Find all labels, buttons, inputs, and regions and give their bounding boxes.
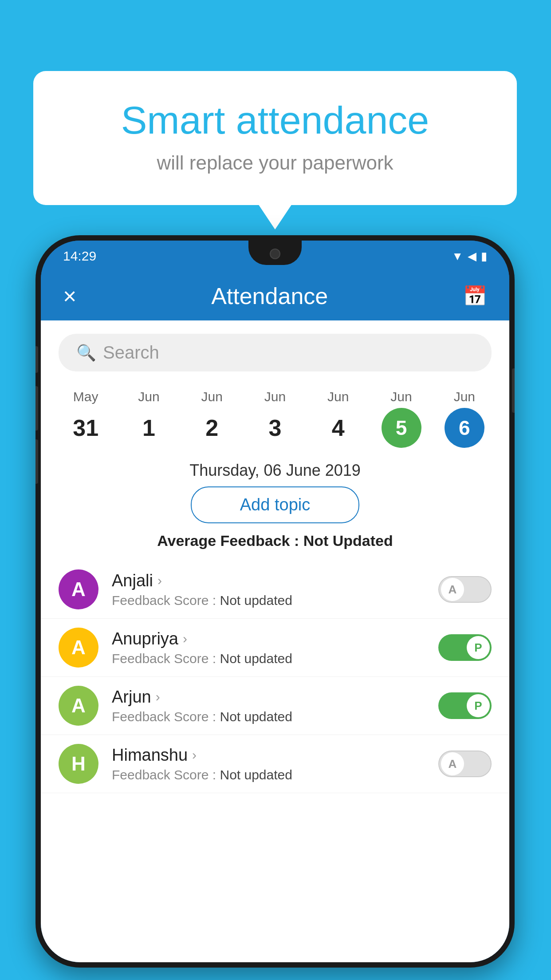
search-bar[interactable]: 🔍 Search	[59, 334, 492, 371]
toggle-knob: A	[441, 752, 464, 775]
selected-date: Thursday, 06 June 2019	[41, 461, 509, 480]
cal-date-number: 3	[255, 408, 295, 448]
front-camera	[270, 249, 280, 259]
student-avatar: H	[59, 744, 98, 784]
cal-date-number: 1	[129, 408, 169, 448]
cal-month-label: Jun	[390, 389, 412, 404]
calendar-day-4[interactable]: Jun4	[316, 389, 360, 448]
cal-date-number: 4	[318, 408, 358, 448]
toggle-knob: P	[467, 636, 490, 659]
calendar-day-0[interactable]: May31	[63, 389, 108, 448]
calendar-icon[interactable]: 📅	[463, 285, 487, 308]
volume-down-button	[35, 439, 38, 484]
cal-month-label: May	[73, 389, 98, 404]
calendar-strip: May31Jun1Jun2Jun3Jun4Jun5Jun6	[41, 380, 509, 452]
student-feedback-score: Feedback Score : Not updated	[112, 767, 425, 782]
avg-feedback: Average Feedback : Not Updated	[41, 532, 509, 549]
app-title: Attendance	[211, 283, 328, 309]
cal-month-label: Jun	[454, 389, 475, 404]
feedback-value: Not updated	[220, 651, 292, 666]
student-avatar: A	[59, 628, 98, 668]
signal-icon: ◀	[468, 249, 476, 263]
chevron-icon: ›	[157, 573, 162, 588]
mute-button	[35, 346, 38, 373]
calendar-day-5[interactable]: Jun5	[379, 389, 424, 448]
student-info: Anjali ›Feedback Score : Not updated	[112, 571, 425, 608]
calendar-day-6[interactable]: Jun6	[442, 389, 487, 448]
student-feedback-score: Feedback Score : Not updated	[112, 651, 425, 666]
feedback-value: Not updated	[220, 709, 292, 724]
student-item-2[interactable]: AArjun ›Feedback Score : Not updatedP	[41, 677, 509, 735]
student-feedback-score: Feedback Score : Not updated	[112, 593, 425, 608]
phone-screen: 🔍 Search May31Jun1Jun2Jun3Jun4Jun5Jun6 T…	[41, 320, 509, 962]
phone-inner: 14:29 ▼ ◀ ▮ × Attendance 📅 🔍 Search	[41, 241, 509, 962]
volume-up-button	[35, 386, 38, 431]
cal-month-label: Jun	[201, 389, 223, 404]
student-info: Anupriya ›Feedback Score : Not updated	[112, 629, 425, 666]
cal-date-number: 5	[382, 408, 421, 448]
speech-bubble-subtitle: will replace your paperwork	[55, 152, 495, 174]
chevron-icon: ›	[183, 631, 187, 646]
chevron-icon: ›	[192, 747, 197, 763]
cal-date-number: 2	[192, 408, 232, 448]
student-info: Arjun ›Feedback Score : Not updated	[112, 688, 425, 724]
cal-month-label: Jun	[138, 389, 159, 404]
student-list: AAnjali ›Feedback Score : Not updatedAAA…	[41, 561, 509, 793]
close-button[interactable]: ×	[63, 283, 76, 309]
app-header: × Attendance 📅	[41, 272, 509, 320]
phone-frame: 14:29 ▼ ◀ ▮ × Attendance 📅 🔍 Search	[35, 235, 515, 968]
attendance-toggle[interactable]: A	[438, 751, 492, 777]
toggle-knob: A	[441, 578, 464, 601]
search-placeholder: Search	[103, 343, 159, 363]
calendar-day-1[interactable]: Jun1	[126, 389, 171, 448]
chevron-icon: ›	[156, 689, 160, 704]
avg-feedback-value: Not Updated	[303, 532, 393, 549]
cal-month-label: Jun	[264, 389, 286, 404]
speech-bubble-title: Smart attendance	[55, 98, 495, 143]
student-info: Himanshu ›Feedback Score : Not updated	[112, 746, 425, 782]
add-topic-button[interactable]: Add topic	[191, 486, 359, 523]
student-avatar: A	[59, 686, 98, 726]
toggle-knob: P	[467, 694, 490, 717]
calendar-day-2[interactable]: Jun2	[190, 389, 234, 448]
student-avatar: A	[59, 569, 98, 609]
attendance-toggle[interactable]: P	[438, 634, 492, 661]
speech-bubble: Smart attendance will replace your paper…	[33, 71, 517, 205]
search-icon: 🔍	[76, 344, 96, 362]
avg-feedback-label: Average Feedback :	[157, 532, 299, 549]
power-button	[512, 368, 515, 413]
student-name: Arjun ›	[112, 688, 425, 707]
cal-date-number: 31	[66, 408, 106, 448]
student-name: Anjali ›	[112, 571, 425, 590]
attendance-toggle[interactable]: P	[438, 692, 492, 719]
student-name: Anupriya ›	[112, 629, 425, 648]
phone-time: 14:29	[63, 249, 96, 264]
battery-icon: ▮	[481, 249, 487, 263]
feedback-value: Not updated	[220, 593, 292, 608]
attendance-toggle[interactable]: A	[438, 576, 492, 603]
cal-date-number: 6	[445, 408, 484, 448]
student-item-1[interactable]: AAnupriya ›Feedback Score : Not updatedP	[41, 619, 509, 677]
student-name: Himanshu ›	[112, 746, 425, 765]
wifi-icon: ▼	[452, 249, 463, 263]
student-item-0[interactable]: AAnjali ›Feedback Score : Not updatedA	[41, 561, 509, 619]
phone-notch	[248, 241, 302, 265]
feedback-value: Not updated	[220, 767, 292, 782]
calendar-day-3[interactable]: Jun3	[253, 389, 297, 448]
student-feedback-score: Feedback Score : Not updated	[112, 709, 425, 724]
status-icons: ▼ ◀ ▮	[452, 249, 487, 263]
student-item-3[interactable]: HHimanshu ›Feedback Score : Not updatedA	[41, 735, 509, 793]
cal-month-label: Jun	[327, 389, 349, 404]
